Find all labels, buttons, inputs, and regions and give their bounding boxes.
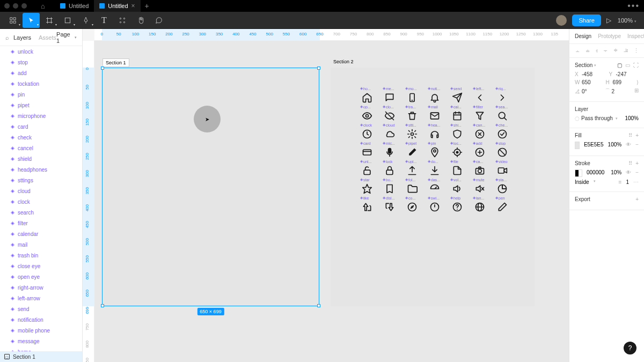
radius-value[interactable]: 2 (612, 88, 615, 94)
align-left-icon[interactable]: ⫠ (575, 47, 581, 54)
resize-handle-nw[interactable] (101, 67, 104, 70)
new-tab-button[interactable]: + (141, 2, 153, 10)
icon-component-pipet[interactable]: ◈pipet (405, 141, 426, 159)
stroke-swatch[interactable] (575, 169, 582, 177)
layer-item[interactable]: ◈unlock (0, 46, 82, 57)
icon-component-vol[interactable]: ◈vol... (450, 178, 471, 196)
minimize-window-icon[interactable] (13, 3, 18, 9)
stroke-hex[interactable]: 000000 (587, 169, 604, 177)
layer-item[interactable]: ◈home (0, 346, 82, 351)
align-top-icon[interactable]: ⫟ (603, 47, 609, 54)
layer-item[interactable]: ◈stop (0, 57, 82, 68)
icon-component-file[interactable]: ◈file (450, 159, 471, 178)
section-label[interactable]: Section 1 (103, 58, 129, 67)
layer-item[interactable]: ◈close eye (0, 261, 82, 271)
radius-individual-icon[interactable]: ⊞ (634, 87, 639, 95)
layer-item[interactable]: ◈tockation (0, 78, 82, 89)
visibility-icon[interactable]: 👁 (626, 142, 631, 149)
distribute-icon[interactable]: ⋮ (633, 47, 639, 54)
icon-component-right[interactable]: ◈rig... (495, 86, 516, 105)
fill-swatch[interactable] (575, 142, 580, 149)
layer-item[interactable]: ◈card (0, 121, 82, 132)
icon-component-home[interactable]: ◈ho... (360, 86, 380, 105)
layer-item[interactable]: ◈message (0, 336, 82, 346)
clip-icon[interactable]: ▢ (617, 62, 622, 68)
icon-component-pie[interactable]: ◈sta... (495, 178, 516, 196)
layer-item[interactable]: ◈mobile phone (0, 325, 82, 336)
y-value[interactable]: -247 (616, 71, 627, 77)
align-right-icon[interactable]: ⫞ (595, 47, 598, 54)
layer-item[interactable]: ◈microphone (0, 110, 82, 121)
layer-item[interactable]: ◈pin (0, 89, 82, 100)
layer-item[interactable]: ◈right-arrow (0, 282, 82, 293)
icon-component-book[interactable]: ◈bo... (383, 178, 403, 196)
move-tool[interactable]: ▾ (23, 13, 40, 28)
stroke-weight-value[interactable]: 1 (626, 179, 629, 185)
browser-tab-active[interactable]: Untitled × (94, 0, 140, 12)
icon-component-trash[interactable]: ◈tra... (405, 105, 426, 123)
blend-mode[interactable]: Pass through (581, 115, 613, 121)
shape-tool[interactable]: ▾ (59, 13, 76, 28)
icon-component-compass[interactable]: ◈co... (405, 196, 426, 214)
stroke-position[interactable]: Inside (575, 179, 589, 185)
frame-icon[interactable]: ▭ (625, 62, 630, 68)
window-controls[interactable] (4, 3, 27, 9)
comment-tool[interactable] (150, 13, 167, 28)
constrain-icon[interactable]: ⟩ (636, 79, 639, 85)
icon-component-power[interactable]: ◈swi... (428, 196, 448, 214)
layer-item[interactable]: ◈left-arrow (0, 293, 82, 304)
layer-item[interactable]: ◈notification (0, 314, 82, 325)
layer-item[interactable]: ◈send (0, 304, 82, 314)
visibility-icon[interactable]: 👁 (626, 169, 631, 177)
home-icon[interactable]: ⌂ (38, 1, 48, 11)
layer-item[interactable]: ◈cloud (0, 186, 82, 196)
circle-shape[interactable]: ➤ (194, 106, 221, 132)
close-window-icon[interactable] (4, 3, 10, 9)
icon-component-gear[interactable]: ◈stti... (405, 123, 426, 141)
icon-component-msg[interactable]: ◈me... (383, 86, 403, 105)
icon-component-mic[interactable]: ◈mic... (383, 141, 403, 159)
help-button[interactable]: ? (624, 342, 636, 354)
icon-component-stop[interactable]: ◈stop (495, 141, 516, 159)
search-icon[interactable]: ⌕ (5, 34, 9, 41)
icon-component-card[interactable]: ◈card (360, 141, 380, 159)
align-center-h-icon[interactable]: ⫨ (585, 47, 591, 54)
section-2-frame[interactable]: Section 2 ◈ho...◈me...◈mo...◈noti...◈sen… (331, 68, 535, 306)
rotation-value[interactable]: 0° (582, 88, 587, 94)
zoom-level[interactable]: 100% ▾ (618, 17, 636, 24)
resize-handle-ne[interactable] (317, 67, 320, 70)
icon-component-clock[interactable]: ◈clock (360, 123, 380, 141)
icon-component-mobile[interactable]: ◈mo... (405, 86, 426, 105)
icon-component-eyeoff[interactable]: ◈clo... (383, 105, 403, 123)
icon-component-download[interactable]: ◈do... (428, 159, 448, 178)
icon-component-folder[interactable]: ◈fol... (405, 178, 426, 196)
text-tool[interactable]: T (96, 13, 113, 28)
assets-tab[interactable]: Assets (39, 34, 56, 41)
layer-item[interactable]: ◈mail (0, 239, 82, 250)
resources-tool[interactable] (114, 13, 131, 28)
present-button[interactable]: ▷ (606, 17, 611, 24)
maximize-window-icon[interactable] (21, 3, 27, 9)
icon-component-cloud[interactable]: ◈cloud (383, 123, 403, 141)
page-selector[interactable]: Page 1 ▾ (56, 31, 77, 44)
layer-item[interactable]: ◈headphones (0, 164, 82, 175)
icon-component-left[interactable]: ◈left... (473, 86, 493, 105)
align-bottom-icon[interactable]: ⫡ (623, 47, 629, 54)
style-icon[interactable]: ⠿ (628, 160, 632, 166)
layer-item[interactable]: ◈clock (0, 196, 82, 207)
layer-item[interactable]: ◈filter (0, 218, 82, 228)
share-button[interactable]: Share (572, 14, 601, 26)
pen-tool[interactable]: ▾ (77, 13, 94, 28)
icon-component-help[interactable]: ◈help (450, 196, 471, 214)
icon-component-video[interactable]: ◈video (495, 159, 516, 178)
layer-item[interactable]: ◈shield (0, 153, 82, 164)
icon-component-check[interactable]: ◈che... (495, 123, 516, 141)
remove-icon[interactable]: − (635, 142, 639, 149)
expand-icon[interactable]: ⛶ (633, 62, 639, 68)
icon-component-xcircle[interactable]: ◈can... (473, 123, 493, 141)
menu-button[interactable]: ▾ (4, 13, 21, 28)
canvas[interactable]: 0501001502002503003504004505005506006507… (83, 29, 569, 362)
layer-item[interactable]: ◈cancel (0, 143, 82, 153)
section-label[interactable]: Section 2 (331, 58, 356, 65)
icon-component-send[interactable]: ◈send (450, 86, 471, 105)
